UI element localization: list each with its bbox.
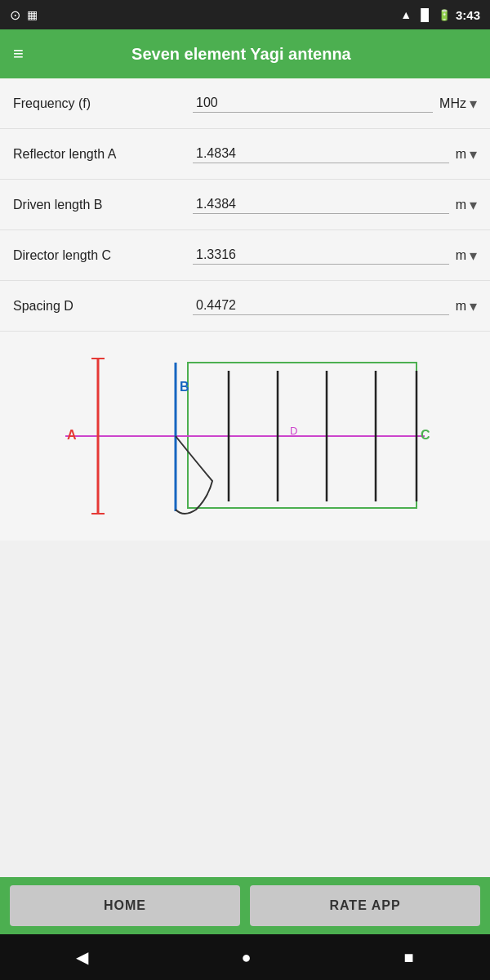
- bottom-buttons: HOME RATE APP: [0, 877, 490, 934]
- svg-text:D: D: [290, 425, 297, 437]
- driven-dropdown[interactable]: ▾: [470, 196, 477, 214]
- diagram-area: A B C D: [0, 332, 490, 541]
- app-bar: ≡ Seven element Yagi antenna: [0, 29, 490, 78]
- reflector-dropdown[interactable]: ▾: [470, 145, 477, 163]
- frequency-unit: MHz: [439, 96, 466, 111]
- main-content: Frequency (f) MHz ▾ Reflector length A m…: [0, 78, 490, 541]
- home-nav-button[interactable]: ●: [241, 948, 251, 967]
- yagi-diagram: A B C D: [49, 338, 441, 534]
- reflector-unit: m: [456, 147, 466, 162]
- driven-row: Driven length B m ▾: [0, 180, 490, 230]
- frequency-dropdown[interactable]: ▾: [470, 95, 477, 113]
- reflector-row: Reflector length A m ▾: [0, 129, 490, 180]
- director-dropdown[interactable]: ▾: [470, 247, 477, 265]
- status-bar: ⊙ ▦ ▲ ▐▌ 🔋 3:43: [0, 0, 490, 29]
- home-nav-icon: ●: [241, 948, 251, 967]
- director-input[interactable]: [193, 246, 449, 265]
- driven-input[interactable]: [193, 195, 449, 214]
- back-icon: ◀: [76, 947, 88, 967]
- battery-icon: 🔋: [438, 9, 451, 21]
- svg-text:C: C: [421, 428, 430, 442]
- nav-bar: ◀ ● ■: [0, 934, 490, 980]
- reflector-label: Reflector length A: [13, 147, 193, 162]
- status-icons: ▲ ▐▌ 🔋 3:43: [400, 8, 480, 22]
- director-unit: m: [456, 248, 466, 263]
- recent-icon: ■: [403, 948, 413, 967]
- reflector-input[interactable]: [193, 145, 449, 163]
- recent-button[interactable]: ■: [403, 948, 413, 967]
- frequency-label: Frequency (f): [13, 96, 193, 111]
- home-button[interactable]: HOME: [10, 885, 240, 926]
- circle-icon: ⊙: [10, 7, 20, 23]
- app-title: Seven element Yagi antenna: [37, 45, 446, 64]
- rate-app-button[interactable]: RATE APP: [250, 885, 480, 926]
- driven-unit: m: [456, 198, 466, 212]
- spacing-dropdown[interactable]: ▾: [470, 297, 477, 315]
- svg-text:A: A: [67, 428, 77, 442]
- svg-text:B: B: [180, 380, 189, 394]
- frequency-input[interactable]: [193, 94, 433, 113]
- sim-icon: ▦: [27, 8, 38, 21]
- spacing-label: Spacing D: [13, 299, 193, 314]
- spacing-input[interactable]: [193, 296, 449, 315]
- wifi-icon: ▲: [400, 8, 412, 21]
- spacing-row: Spacing D m ▾: [0, 281, 490, 332]
- director-row: Director length C m ▾: [0, 230, 490, 281]
- back-button[interactable]: ◀: [76, 947, 88, 967]
- menu-icon[interactable]: ≡: [13, 43, 24, 65]
- director-label: Director length C: [13, 248, 193, 263]
- status-time: 3:43: [456, 8, 480, 22]
- spacing-unit: m: [456, 299, 466, 314]
- driven-label: Driven length B: [13, 198, 193, 212]
- frequency-row: Frequency (f) MHz ▾: [0, 78, 490, 129]
- status-bar-left: ⊙ ▦: [10, 7, 38, 23]
- signal-icon: ▐▌: [416, 8, 433, 21]
